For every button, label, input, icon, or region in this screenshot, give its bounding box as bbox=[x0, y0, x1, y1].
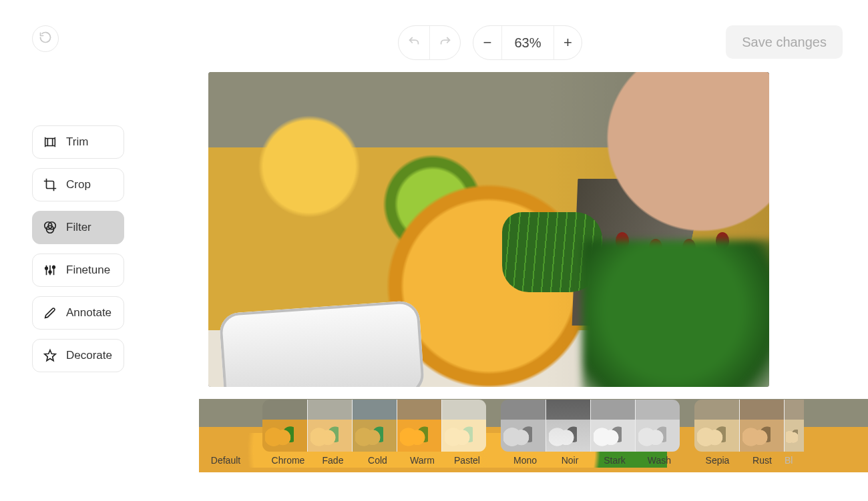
svg-point-4 bbox=[45, 267, 48, 270]
filter-label: Sepia bbox=[695, 455, 740, 471]
tool-sidebar: Trim Crop Filter Finetune Annotate Decor… bbox=[32, 125, 124, 372]
filter-label: Fade bbox=[310, 455, 355, 471]
tool-filter[interactable]: Filter bbox=[32, 211, 124, 244]
filter-label: Wash bbox=[637, 455, 682, 471]
filter-pastel[interactable] bbox=[441, 400, 486, 452]
filter-group-bw bbox=[500, 399, 680, 452]
zoom-in-button[interactable]: + bbox=[554, 26, 582, 59]
tool-label: Annotate bbox=[66, 306, 112, 320]
filter-icon bbox=[42, 219, 58, 235]
filter-fade[interactable] bbox=[307, 400, 352, 452]
filter-label: Pastel bbox=[445, 455, 489, 471]
tool-annotate[interactable]: Annotate bbox=[32, 296, 124, 330]
svg-rect-0 bbox=[45, 139, 55, 146]
undo-button[interactable] bbox=[399, 26, 429, 59]
svg-marker-7 bbox=[45, 350, 56, 361]
tool-label: Filter bbox=[66, 221, 91, 234]
filter-cold[interactable] bbox=[352, 400, 397, 452]
filter-label: Stark bbox=[592, 455, 637, 471]
revert-button[interactable] bbox=[32, 25, 59, 52]
filter-label: Noir bbox=[548, 455, 592, 471]
tool-decorate[interactable]: Decorate bbox=[32, 339, 124, 372]
filter-label: Default bbox=[199, 455, 252, 471]
zoom-control: − 63% + bbox=[473, 25, 582, 60]
save-changes-button[interactable]: Save changes bbox=[726, 25, 843, 59]
filter-label: Bl bbox=[785, 455, 805, 471]
filter-noir[interactable] bbox=[546, 400, 590, 452]
filter-label: Mono bbox=[503, 455, 548, 471]
undo-redo-group bbox=[398, 25, 461, 60]
redo-button[interactable] bbox=[429, 26, 460, 59]
svg-point-6 bbox=[53, 266, 55, 269]
history-icon bbox=[39, 31, 52, 47]
tool-crop[interactable]: Crop bbox=[32, 168, 124, 201]
filter-default[interactable] bbox=[199, 399, 248, 452]
filter-warm[interactable] bbox=[397, 400, 441, 452]
redo-icon bbox=[438, 34, 453, 51]
filter-wash[interactable] bbox=[635, 400, 680, 452]
editor-canvas[interactable] bbox=[208, 72, 769, 387]
filter-labels: Default Chrome Fade Cold Warm Pastel Mon… bbox=[199, 455, 868, 471]
crop-icon bbox=[42, 177, 58, 193]
filter-group-color bbox=[262, 399, 487, 452]
decorate-icon bbox=[42, 348, 58, 364]
filter-cut[interactable] bbox=[784, 400, 804, 452]
tool-label: Decorate bbox=[66, 349, 112, 362]
svg-point-5 bbox=[49, 271, 51, 274]
filter-label: Warm bbox=[400, 455, 445, 471]
tool-label: Finetune bbox=[66, 264, 110, 277]
filter-mono[interactable] bbox=[501, 400, 546, 452]
tool-trim[interactable]: Trim bbox=[32, 125, 124, 159]
finetune-icon bbox=[42, 262, 58, 278]
filter-chrome[interactable] bbox=[262, 400, 307, 452]
undo-icon bbox=[407, 34, 421, 51]
filter-group-vintage bbox=[694, 399, 804, 452]
tool-label: Trim bbox=[66, 135, 88, 149]
filter-label: Cold bbox=[355, 455, 400, 471]
filter-sepia[interactable] bbox=[694, 400, 739, 452]
filter-label: Chrome bbox=[266, 455, 310, 471]
filter-stark[interactable] bbox=[590, 400, 635, 452]
annotate-icon bbox=[42, 305, 58, 321]
filter-label: Rust bbox=[740, 455, 785, 471]
tool-finetune[interactable]: Finetune bbox=[32, 254, 124, 287]
zoom-level: 63% bbox=[501, 26, 554, 59]
filter-rust[interactable] bbox=[739, 400, 784, 452]
zoom-out-button[interactable]: − bbox=[473, 26, 501, 59]
trim-icon bbox=[42, 134, 58, 150]
tool-label: Crop bbox=[66, 178, 91, 191]
